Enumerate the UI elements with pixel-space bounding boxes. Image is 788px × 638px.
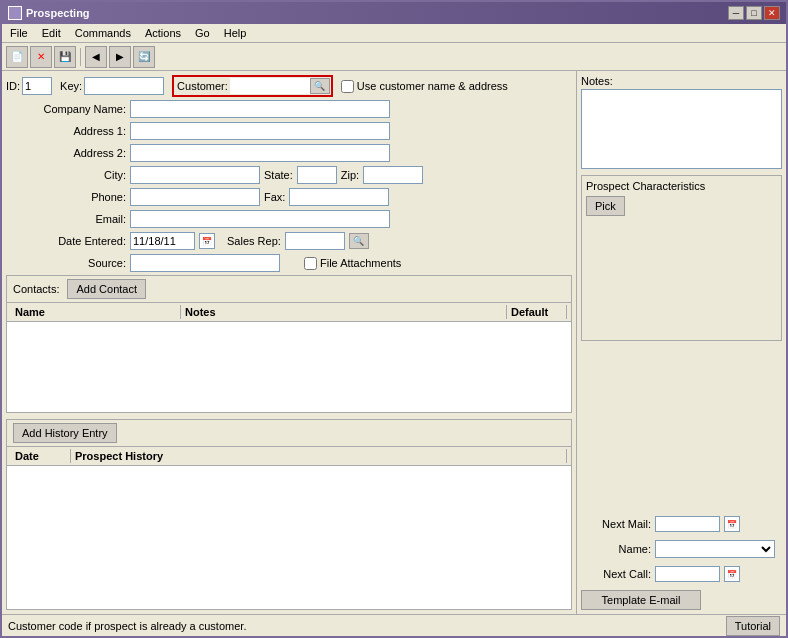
- address2-row: Address 2:: [6, 143, 572, 163]
- source-row: Source: File Attachments: [6, 253, 572, 273]
- status-bar: Customer code if prospect is already a c…: [2, 614, 786, 636]
- toolbar-next-btn[interactable]: ▶: [109, 46, 131, 68]
- toolbar-save-btn[interactable]: 💾: [54, 46, 76, 68]
- phone-label: Phone:: [6, 191, 126, 203]
- zip-field[interactable]: [363, 166, 423, 184]
- toolbar-new-btn[interactable]: 📄: [6, 46, 28, 68]
- history-section: Add History Entry Date Prospect History: [6, 419, 572, 610]
- address2-field[interactable]: [130, 144, 390, 162]
- address2-label: Address 2:: [6, 147, 126, 159]
- next-mail-label: Next Mail:: [581, 518, 651, 530]
- key-group: Key:: [60, 77, 164, 95]
- menu-file[interactable]: File: [4, 25, 34, 41]
- phone-field[interactable]: [130, 188, 260, 206]
- contacts-label: Contacts:: [13, 283, 59, 295]
- title-bar-left: Prospecting: [8, 6, 90, 20]
- name-select[interactable]: [655, 540, 775, 558]
- pick-button[interactable]: Pick: [586, 196, 625, 216]
- contacts-header: Contacts: Add Contact: [7, 276, 571, 303]
- template-email-button[interactable]: Template E-mail: [581, 590, 701, 610]
- menu-commands[interactable]: Commands: [69, 25, 137, 41]
- top-row: ID: Key: Customer: 🔍 Use customer name &…: [6, 75, 572, 97]
- use-customer-checkbox[interactable]: [341, 80, 354, 93]
- contacts-col-name: Name: [11, 305, 181, 319]
- date-entered-field[interactable]: [130, 232, 195, 250]
- app-icon: [8, 6, 22, 20]
- address1-field[interactable]: [130, 122, 390, 140]
- next-call-field[interactable]: [655, 566, 720, 582]
- contacts-section: Contacts: Add Contact Name Notes Default: [6, 275, 572, 413]
- tutorial-button[interactable]: Tutorial: [726, 616, 780, 636]
- source-field[interactable]: [130, 254, 280, 272]
- right-panel: Notes: Prospect Characteristics Pick Nex…: [576, 71, 786, 614]
- notes-textarea[interactable]: [581, 89, 782, 169]
- prospect-characteristics-section: Prospect Characteristics Pick: [581, 175, 782, 341]
- address1-label: Address 1:: [6, 125, 126, 137]
- add-contact-button[interactable]: Add Contact: [67, 279, 146, 299]
- customer-group: Customer: 🔍: [172, 75, 333, 97]
- email-field[interactable]: [130, 210, 390, 228]
- history-table-header: Date Prospect History: [7, 447, 571, 466]
- next-call-row: Next Call: 📅: [581, 566, 782, 582]
- email-row: Email:: [6, 209, 572, 229]
- key-label: Key:: [60, 80, 82, 92]
- notes-section: Notes:: [581, 75, 782, 171]
- state-label: State:: [264, 169, 293, 181]
- add-history-button[interactable]: Add History Entry: [13, 423, 117, 443]
- company-name-label: Company Name:: [6, 103, 126, 115]
- state-field[interactable]: [297, 166, 337, 184]
- sales-rep-search-btn[interactable]: 🔍: [349, 233, 369, 249]
- id-label: ID:: [6, 80, 20, 92]
- date-calendar-btn[interactable]: 📅: [199, 233, 215, 249]
- toolbar: 📄 ✕ 💾 ◀ ▶ 🔄: [2, 43, 786, 71]
- use-customer-check-group: Use customer name & address: [341, 80, 508, 93]
- name-row: Name:: [581, 540, 782, 558]
- next-call-label: Next Call:: [581, 568, 651, 580]
- next-call-calendar-btn[interactable]: 📅: [724, 566, 740, 582]
- main-window: Prospecting ─ □ ✕ File Edit Commands Act…: [0, 0, 788, 638]
- history-header: Add History Entry: [7, 420, 571, 447]
- toolbar-delete-btn[interactable]: ✕: [30, 46, 52, 68]
- id-field[interactable]: [22, 77, 52, 95]
- close-button[interactable]: ✕: [764, 6, 780, 20]
- company-name-row: Company Name:: [6, 99, 572, 119]
- name-label: Name:: [581, 543, 651, 555]
- left-panel: ID: Key: Customer: 🔍 Use customer name &…: [2, 71, 576, 614]
- menu-bar: File Edit Commands Actions Go Help: [2, 24, 786, 43]
- menu-help[interactable]: Help: [218, 25, 253, 41]
- company-name-field[interactable]: [130, 100, 390, 118]
- customer-field[interactable]: [230, 78, 310, 94]
- minimize-button[interactable]: ─: [728, 6, 744, 20]
- maximize-button[interactable]: □: [746, 6, 762, 20]
- customer-search-btn[interactable]: 🔍: [310, 78, 330, 94]
- contacts-table-header: Name Notes Default: [7, 303, 571, 322]
- status-text: Customer code if prospect is already a c…: [8, 620, 246, 632]
- scheduling-section: Next Mail: 📅 Name: Next Call: 📅: [581, 512, 782, 610]
- menu-actions[interactable]: Actions: [139, 25, 187, 41]
- toolbar-refresh-btn[interactable]: 🔄: [133, 46, 155, 68]
- fax-label: Fax:: [264, 191, 285, 203]
- history-col-prospect: Prospect History: [71, 449, 567, 463]
- date-entered-label: Date Entered:: [6, 235, 126, 247]
- file-attachments-checkbox[interactable]: [304, 257, 317, 270]
- file-attach-group: File Attachments: [304, 257, 401, 270]
- title-buttons: ─ □ ✕: [728, 6, 780, 20]
- sales-rep-field[interactable]: [285, 232, 345, 250]
- menu-go[interactable]: Go: [189, 25, 216, 41]
- customer-label: Customer:: [175, 80, 230, 92]
- fax-field[interactable]: [289, 188, 389, 206]
- title-bar: Prospecting ─ □ ✕: [2, 2, 786, 24]
- city-field[interactable]: [130, 166, 260, 184]
- window-title: Prospecting: [26, 7, 90, 19]
- prospect-char-body: [586, 216, 777, 336]
- key-field[interactable]: [84, 77, 164, 95]
- next-mail-calendar-btn[interactable]: 📅: [724, 516, 740, 532]
- contacts-table-body: [7, 322, 571, 412]
- toolbar-sep: [80, 48, 81, 66]
- next-mail-row: Next Mail: 📅: [581, 516, 782, 532]
- history-table-body: [7, 466, 571, 609]
- next-mail-field[interactable]: [655, 516, 720, 532]
- template-email-container: Template E-mail: [581, 590, 782, 610]
- menu-edit[interactable]: Edit: [36, 25, 67, 41]
- toolbar-prev-btn[interactable]: ◀: [85, 46, 107, 68]
